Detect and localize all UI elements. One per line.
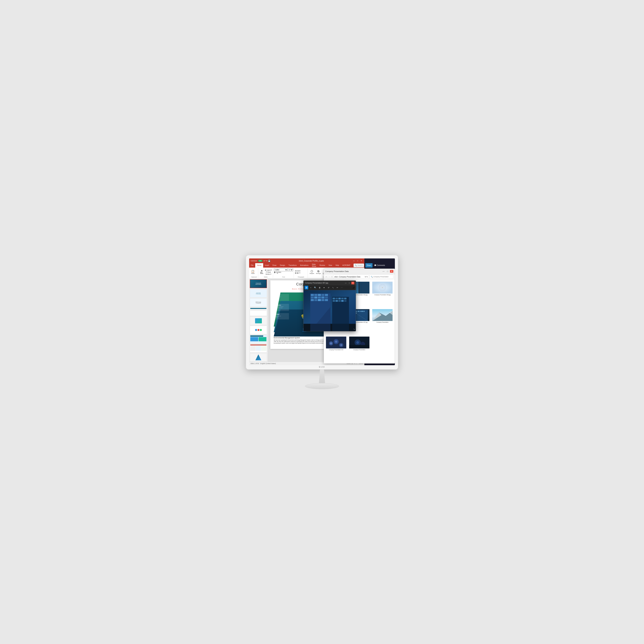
comments-button[interactable]: 💬 Comments	[373, 263, 386, 268]
arrange-button[interactable]: ⧉ Arrange	[315, 270, 321, 275]
tab-animations[interactable]: Animations	[298, 263, 310, 268]
font-label: Font	[274, 276, 293, 278]
strikethrough-button[interactable]: S̶	[279, 271, 280, 273]
minimize-button[interactable]: —	[352, 259, 356, 262]
autosave-toggle[interactable]: ON	[258, 260, 263, 262]
viewer-maximize-button[interactable]: □	[348, 282, 351, 284]
slide-thumbnail-panel[interactable]: 3 CorporateInformation 4 Corporate	[249, 279, 268, 362]
tab-help[interactable]: Help	[334, 263, 341, 268]
ppt-titlebar: AutoSave ON ↩ ↪ 💾 16x9_Corporate Profile…	[249, 258, 364, 263]
viewer-favorite-tool[interactable]: ♥	[322, 286, 326, 289]
explorer-close-button[interactable]: ✕	[390, 270, 393, 273]
section-button[interactable]: Section ▾	[264, 273, 272, 275]
file-item-003[interactable]: Company Presentation 003.jpg	[371, 281, 393, 307]
explorer-window-title: Company Presentation Data	[325, 270, 349, 272]
slide-thumb-11[interactable]: 11	[250, 353, 267, 362]
ribbon-group-font: Calibri 24 B I U S̶ S Font	[273, 268, 294, 278]
justify-button[interactable]: ≡	[299, 270, 300, 272]
slide-thumb-10[interactable]: 10	[250, 344, 267, 353]
monitor-screen: AutoSave ON ↩ ↪ 💾 16x9_Corporate Profile…	[249, 258, 395, 365]
viewer-title: Company Presentation 007.jpg	[305, 282, 328, 284]
viewer-zoom-in-tool[interactable]: +	[309, 286, 313, 289]
svg-point-88	[335, 340, 337, 343]
tab-home[interactable]: Home	[255, 263, 263, 268]
explorer-titlebar: Company Presentation Data — □ ✕	[324, 269, 395, 274]
close-button[interactable]: ✕	[360, 259, 363, 262]
italic-button[interactable]: I	[276, 271, 276, 273]
maximize-button[interactable]: □	[356, 259, 359, 262]
undo-icon[interactable]: ↩	[264, 260, 265, 262]
slide-thumb-5[interactable]: 5 EIZO GroupCompanies	[250, 298, 267, 307]
bold-button[interactable]: B	[274, 271, 275, 273]
font-size-select[interactable]: 24	[288, 268, 293, 271]
underline-button[interactable]: U	[277, 271, 278, 273]
viewer-fullscreen-icon[interactable]: ⤢	[353, 286, 355, 289]
up-button[interactable]: ↑	[331, 275, 333, 278]
slide-thumb-7[interactable]: 7	[250, 317, 267, 325]
back-button[interactable]: ←	[325, 275, 328, 278]
align-right-button[interactable]: ≡	[298, 270, 299, 272]
tab-design[interactable]: Design	[278, 263, 287, 268]
forward-button[interactable]: →	[328, 275, 331, 278]
shapes-button[interactable]: ⬡ Shapes	[309, 270, 315, 275]
font-family-select[interactable]: Calibri	[274, 268, 288, 271]
tab-slideshow[interactable]: Slide Show	[310, 263, 318, 268]
viewer-more-tool[interactable]: ⋯	[340, 286, 344, 289]
tab-transitions[interactable]: Transitions	[287, 263, 298, 268]
ribbon-search[interactable]: 🔍 Search	[354, 264, 364, 267]
redo-icon[interactable]: ↪	[266, 260, 267, 262]
indent-button[interactable]: ⇥	[299, 272, 300, 274]
explorer-search-input[interactable]	[373, 276, 389, 278]
align-center-button[interactable]: ≡	[296, 270, 297, 272]
monitor-wrapper: AutoSave ON ↩ ↪ 💾 16x9_Corporate Profile…	[246, 255, 398, 389]
slide-thumb-3[interactable]: 3 CorporateInformation	[250, 279, 267, 288]
breadcrumb-expand-icon[interactable]: ▾	[365, 276, 366, 278]
ppt-filename: 16x9_Corporate Profile_e.pptx	[299, 260, 324, 262]
tab-file[interactable]: File	[249, 263, 255, 268]
layout-button[interactable]: ▤ Layout ▾	[264, 269, 272, 271]
file-name-003: Company Presentation 003.jpg	[374, 294, 391, 295]
explorer-minimize-button[interactable]: —	[382, 270, 385, 273]
save-icon[interactable]: 💾	[268, 260, 270, 262]
svg-rect-122	[341, 300, 344, 302]
file-item-005[interactable]: Company Presentation	[371, 308, 393, 335]
slide-thumb-8[interactable]: 8	[250, 326, 267, 334]
svg-rect-76	[359, 311, 361, 312]
shadow-button[interactable]: S	[280, 271, 281, 273]
viewer-delete-tool[interactable]: 🗑	[318, 286, 321, 289]
viewer-home-tool[interactable]: 🖼	[305, 286, 308, 289]
new-slide-button[interactable]: 🖼 NewSlides	[259, 270, 264, 274]
paste-button[interactable]: 📋 Paste	[250, 270, 255, 275]
explorer-search-box[interactable]: 🔍	[370, 275, 393, 279]
viewer-close-button[interactable]: ✕	[351, 282, 354, 284]
viewer-crop-tool[interactable]: ✂	[335, 286, 339, 289]
tab-acrobat[interactable]: ACROBAT	[341, 263, 352, 268]
viewer-search-tool[interactable]: 🔍	[313, 286, 317, 289]
paste-icon: 📋	[251, 270, 255, 273]
breadcrumb-refresh-icon[interactable]: ↻	[366, 276, 368, 278]
slide-thumb-4[interactable]: 4 CorporatePhilosophy	[250, 289, 267, 298]
bullet-button[interactable]: ☰	[295, 272, 297, 274]
align-left-button[interactable]: ≡	[295, 270, 296, 272]
tab-insert[interactable]: Insert	[263, 263, 271, 268]
numbering-button[interactable]: ☰	[297, 272, 299, 274]
file-item-006[interactable]: Company Presentation 010	[325, 336, 347, 362]
viewer-resize-handle[interactable]: ⤡	[353, 328, 355, 330]
paragraph-buttons: ≡ ≡ ≡ ≡ ☰ ☰ ⇥	[295, 270, 300, 274]
new-slide-icon: 🖼	[261, 270, 262, 272]
share-button[interactable]: Share	[365, 263, 373, 268]
viewer-resize-tool[interactable]: ⤡	[331, 286, 335, 289]
viewer-controls: — □ ✕	[344, 282, 354, 284]
reset-button[interactable]: ↺ Reset	[264, 271, 272, 273]
viewer-toolbar: 🖼 + 🔍 🗑 ♥ ↺ ⤡ ✂ ⋯ ⤢	[304, 285, 356, 290]
slide-thumb-9[interactable]: 9	[250, 335, 267, 343]
viewer-minimize-button[interactable]: —	[344, 282, 347, 284]
tab-draw[interactable]: Draw	[271, 263, 278, 268]
viewer-rotate-tool[interactable]: ↺	[327, 286, 330, 289]
slide-thumb-6[interactable]: 6	[250, 307, 267, 316]
explorer-maximize-button[interactable]: □	[386, 270, 389, 273]
file-item-008[interactable]: Company Presentation	[348, 336, 370, 362]
tab-review[interactable]: Review	[318, 263, 327, 268]
tab-view[interactable]: View	[327, 263, 334, 268]
explorer-breadcrumb[interactable]: shot › Company Presentation Data ▾ ↻	[333, 275, 369, 279]
